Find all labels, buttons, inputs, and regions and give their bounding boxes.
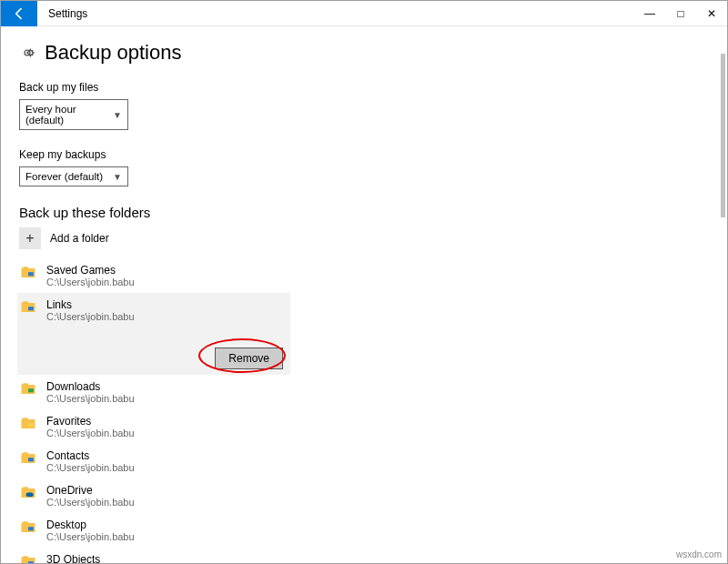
folder-row[interactable]: FavoritesC:\Users\jobin.babu xyxy=(17,409,709,444)
folder-path: C:\Users\jobin.babu xyxy=(46,277,135,287)
folder-name: Saved Games xyxy=(46,264,135,277)
folder-icon xyxy=(19,449,37,468)
backup-freq-dropdown[interactable]: Every hour (default) ▼ xyxy=(19,99,128,130)
chevron-down-icon: ▼ xyxy=(113,172,122,182)
folder-list: Saved GamesC:\Users\jobin.babuLinksC:\Us… xyxy=(17,258,709,563)
folder-text: DownloadsC:\Users\jobin.babu xyxy=(46,380,135,404)
folder-text: Saved GamesC:\Users\jobin.babu xyxy=(46,264,135,287)
folder-name: Downloads xyxy=(46,380,135,393)
add-folder-label: Add a folder xyxy=(50,232,109,245)
svg-rect-0 xyxy=(28,272,34,276)
folder-row-selected[interactable]: LinksC:\Users\jobin.babuRemove xyxy=(17,293,290,375)
folder-path: C:\Users\jobin.babu xyxy=(46,393,135,404)
folder-text: OneDriveC:\Users\jobin.babu xyxy=(46,484,135,508)
svg-point-5 xyxy=(26,492,34,497)
window-title: Settings xyxy=(48,7,87,20)
keep-label: Keep my backups xyxy=(19,148,709,161)
page-header: Backup options xyxy=(19,41,709,65)
folder-icon xyxy=(19,298,37,317)
folder-icon xyxy=(19,415,37,433)
plus-icon: + xyxy=(19,227,41,249)
folder-icon xyxy=(19,380,37,398)
content-area: Backup options Back up my files Every ho… xyxy=(1,26,727,563)
backup-freq-value: Every hour (default) xyxy=(25,104,113,126)
maximize-button[interactable]: □ xyxy=(665,1,696,26)
folder-row[interactable]: ContactsC:\Users\jobin.babu xyxy=(17,444,709,478)
folder-icon xyxy=(19,519,37,537)
scrollbar[interactable] xyxy=(721,54,725,217)
folder-icon xyxy=(19,553,37,563)
add-folder-button[interactable]: + Add a folder xyxy=(19,227,709,249)
folder-name: Favorites xyxy=(46,415,135,428)
backup-freq-label: Back up my files xyxy=(19,81,709,94)
svg-rect-2 xyxy=(28,388,34,392)
page-title: Backup options xyxy=(45,41,181,65)
folder-text: FavoritesC:\Users\jobin.babu xyxy=(46,415,135,438)
chevron-down-icon: ▼ xyxy=(113,110,122,120)
close-button[interactable]: ✕ xyxy=(696,1,727,26)
folder-name: Contacts xyxy=(46,449,135,462)
folder-row[interactable]: DownloadsC:\Users\jobin.babu xyxy=(17,375,709,409)
folder-text: ContactsC:\Users\jobin.babu xyxy=(46,449,135,473)
folder-text: 3D ObjectsC:\Users\jobin.babu xyxy=(46,553,135,563)
folder-name: 3D Objects xyxy=(46,553,135,563)
folder-text: LinksC:\Users\jobin.babu xyxy=(46,298,135,322)
gear-icon xyxy=(19,45,35,61)
folder-row[interactable]: Saved GamesC:\Users\jobin.babu xyxy=(17,258,709,293)
folder-name: Desktop xyxy=(46,519,135,531)
folder-icon xyxy=(19,484,37,502)
remove-button[interactable]: Remove xyxy=(215,347,283,369)
svg-rect-3 xyxy=(28,423,34,427)
folder-row[interactable]: DesktopC:\Users\jobin.babu xyxy=(17,513,709,548)
back-button[interactable] xyxy=(1,1,37,26)
folder-path: C:\Users\jobin.babu xyxy=(46,428,135,438)
folder-path: C:\Users\jobin.babu xyxy=(46,497,135,508)
folder-name: Links xyxy=(46,298,135,311)
folder-text: DesktopC:\Users\jobin.babu xyxy=(46,519,135,542)
folder-icon xyxy=(19,264,37,282)
minimize-button[interactable]: — xyxy=(634,1,665,26)
watermark: wsxdn.com xyxy=(676,549,722,559)
svg-rect-6 xyxy=(28,527,34,530)
svg-rect-7 xyxy=(28,561,34,563)
folder-path: C:\Users\jobin.babu xyxy=(46,311,135,322)
folder-name: OneDrive xyxy=(46,484,135,497)
titlebar: Settings — □ ✕ xyxy=(1,1,727,26)
folder-path: C:\Users\jobin.babu xyxy=(46,462,135,473)
svg-rect-4 xyxy=(28,458,34,461)
folder-path: C:\Users\jobin.babu xyxy=(46,531,135,542)
svg-rect-1 xyxy=(28,307,34,310)
folder-row[interactable]: OneDriveC:\Users\jobin.babu xyxy=(17,478,709,513)
folders-heading: Back up these folders xyxy=(19,205,709,220)
folder-row[interactable]: 3D ObjectsC:\Users\jobin.babu xyxy=(17,548,709,563)
arrow-left-icon xyxy=(12,6,26,21)
keep-dropdown[interactable]: Forever (default) ▼ xyxy=(19,166,128,186)
keep-value: Forever (default) xyxy=(25,171,103,182)
window-controls: — □ ✕ xyxy=(634,1,727,26)
